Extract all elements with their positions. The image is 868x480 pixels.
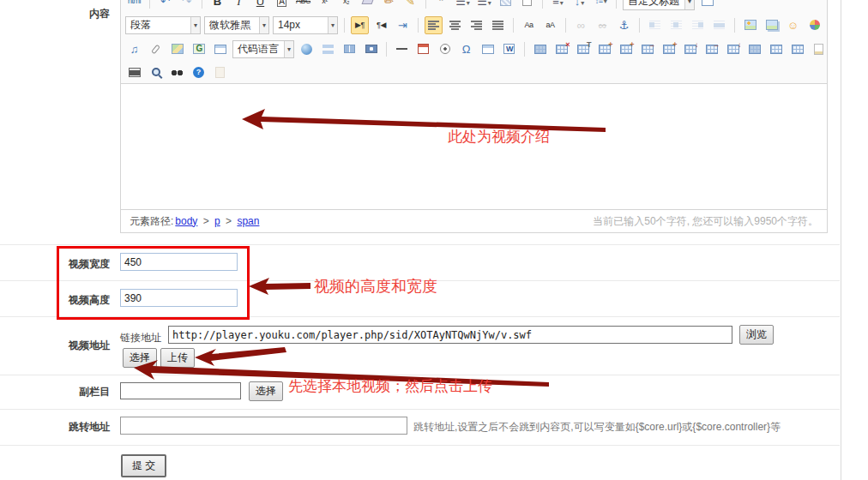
delete-table-icon-button[interactable] xyxy=(552,40,570,58)
insert-frame-icon-button[interactable] xyxy=(211,40,229,58)
undo-icon-button[interactable]: ↶ xyxy=(156,0,174,10)
insert-map-icon-button[interactable] xyxy=(168,40,186,58)
background-color-icon-button[interactable] xyxy=(497,0,515,10)
superscript-icon-button[interactable]: x² xyxy=(316,0,334,10)
special-char-icon-button[interactable]: Ω xyxy=(457,40,475,58)
italic-icon-button[interactable]: I xyxy=(230,0,248,10)
insert-image-icon-button[interactable] xyxy=(741,16,759,34)
lowercase-icon-button[interactable]: aA xyxy=(541,16,559,34)
text-direction-icon-button[interactable]: ↓ xyxy=(570,0,588,10)
text-direction-icon: ↓ xyxy=(575,0,585,7)
path-link-span[interactable]: span xyxy=(237,215,259,227)
preview-icon-button[interactable] xyxy=(147,63,165,81)
scrawl-icon xyxy=(810,20,820,30)
merge-down-icon-button[interactable] xyxy=(724,40,742,58)
split-rows-icon-button[interactable] xyxy=(767,40,785,58)
template-icon-button[interactable] xyxy=(810,40,827,58)
code-language-select[interactable]: 代码语言▾ xyxy=(232,40,294,58)
underline-icon-button[interactable]: U xyxy=(251,0,269,10)
multi-image-icon-button[interactable] xyxy=(763,16,781,34)
subscript-icon-button[interactable]: x₂ xyxy=(337,0,355,10)
remove-format-icon-button[interactable] xyxy=(359,0,377,10)
dropdown-caret-icon[interactable]: ▾ xyxy=(259,17,268,33)
merge-right-icon-button[interactable] xyxy=(702,40,720,58)
bold-icon-button[interactable]: B xyxy=(208,0,226,10)
delete-column-icon-button[interactable] xyxy=(681,40,699,58)
format-painter-icon-button[interactable]: ✏ xyxy=(380,0,398,10)
scrawl-icon-button[interactable] xyxy=(805,16,823,34)
merge-cells-icon-button[interactable] xyxy=(745,40,763,58)
redirect-input[interactable] xyxy=(120,417,407,435)
font-family-select[interactable]: 微软雅黑▾ xyxy=(204,16,269,34)
dropdown-caret-icon[interactable]: ▾ xyxy=(684,0,694,9)
word-image-icon-button[interactable] xyxy=(500,40,518,58)
table-caption-icon-button[interactable] xyxy=(574,40,592,58)
image-float-right-icon xyxy=(692,21,703,30)
insert-date-icon-button[interactable] xyxy=(414,40,432,58)
snapshot-icon-button[interactable] xyxy=(362,40,380,58)
editor-content-area[interactable] xyxy=(121,84,827,209)
dropdown-caret-icon[interactable]: ▾ xyxy=(284,41,293,57)
insert-title-row-icon-button[interactable] xyxy=(595,40,613,58)
browse-button[interactable]: 浏览 xyxy=(739,325,774,345)
web-app-icon-button[interactable] xyxy=(479,40,497,58)
submit-button[interactable]: 提 交 xyxy=(121,454,166,477)
source-code-icon-button[interactable]: html xyxy=(125,0,143,10)
anchor-icon-button[interactable]: ⚓ xyxy=(615,16,633,34)
split-columns-icon-button[interactable] xyxy=(788,40,806,58)
auto-typeset-icon: ✎ xyxy=(406,0,415,7)
insert-column-icon-button[interactable] xyxy=(660,40,678,58)
upload-video-button[interactable]: 上传 xyxy=(160,348,195,368)
unordered-list-icon-button[interactable]: ☰ xyxy=(475,0,493,10)
print-icon-button[interactable] xyxy=(125,63,143,81)
select-video-button[interactable]: 选择 xyxy=(123,348,157,368)
paragraph-align-icon-button[interactable]: ≡ xyxy=(549,0,567,10)
font-size-select[interactable]: 14px▾ xyxy=(273,16,338,34)
ordered-list-icon-button[interactable]: ☰ xyxy=(454,0,472,10)
insert-music-icon-button[interactable]: ♫ xyxy=(125,40,143,58)
align-center-icon-button[interactable] xyxy=(446,16,464,34)
strikethrough-icon-button[interactable]: ABC xyxy=(294,0,312,10)
sub-column-input[interactable] xyxy=(120,382,241,399)
insert-columns-icon-button[interactable] xyxy=(341,40,359,58)
align-left-icon-button[interactable] xyxy=(425,16,443,34)
paragraph-select[interactable]: 段落▾ xyxy=(125,16,201,34)
uppercase-icon-button[interactable]: Aa xyxy=(520,16,538,34)
redo-icon-button[interactable]: ↷ xyxy=(178,0,196,10)
video-height-input[interactable] xyxy=(120,289,238,307)
page-break-icon-button[interactable] xyxy=(319,40,337,58)
dropdown-caret-icon[interactable]: ▾ xyxy=(190,17,200,33)
emoticon-icon-button[interactable]: ☺ xyxy=(784,16,802,34)
path-link-body[interactable]: body xyxy=(175,215,197,227)
toolbar-row: 段落▾微软雅黑▾14px▾▶¶¶◀⇥AaaA∞∞⚓☺ xyxy=(121,13,827,37)
selection-box-icon-button[interactable] xyxy=(518,0,536,10)
fullscreen-icon-button[interactable] xyxy=(698,0,716,10)
insert-row-icon-button[interactable] xyxy=(617,40,635,58)
blockquote-icon-button[interactable]: ” xyxy=(432,0,450,10)
simple-upload-icon xyxy=(301,44,312,55)
font-border-icon-button[interactable]: A xyxy=(273,0,291,10)
line-height-icon-button[interactable]: ↕≡ xyxy=(592,0,610,10)
horizontal-rule-icon-button[interactable] xyxy=(393,40,411,58)
insert-time-icon-button[interactable] xyxy=(436,40,454,58)
help-icon-button[interactable] xyxy=(190,63,208,81)
select-column-button[interactable]: 选择 xyxy=(249,381,283,401)
google-map-icon-button[interactable] xyxy=(190,40,208,58)
indent-icon-button[interactable]: ⇥ xyxy=(394,16,412,34)
align-right-icon-button[interactable] xyxy=(467,16,485,34)
rtl-paragraph-icon-button[interactable]: ¶◀ xyxy=(372,16,390,34)
ltr-paragraph-icon-button[interactable]: ▶¶ xyxy=(351,16,369,34)
video-width-input[interactable] xyxy=(120,253,238,271)
path-link-p[interactable]: p xyxy=(214,215,220,227)
delete-row-icon-button[interactable] xyxy=(638,40,656,58)
auto-typeset-icon-button[interactable]: ✎ xyxy=(401,0,419,10)
toolbar-row xyxy=(121,61,827,83)
attachment-icon-button[interactable] xyxy=(147,40,165,58)
search-replace-icon-button[interactable] xyxy=(168,63,186,81)
dropdown-caret-icon[interactable]: ▾ xyxy=(328,17,337,33)
align-justify-icon-button[interactable] xyxy=(489,16,507,34)
custom-title-select[interactable]: 自定义标题▾ xyxy=(623,0,695,10)
insert-table-icon-button[interactable] xyxy=(531,40,549,58)
video-url-input[interactable] xyxy=(168,326,732,344)
simple-upload-icon-button[interactable] xyxy=(298,40,316,58)
